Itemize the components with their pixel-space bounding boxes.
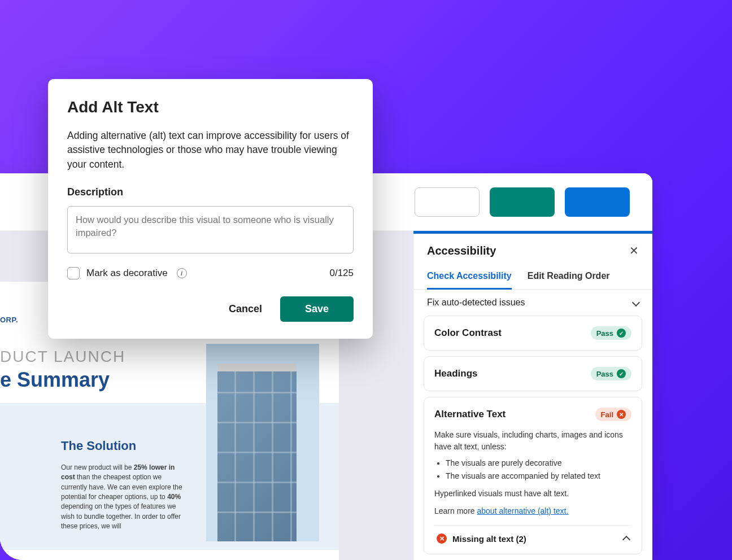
issue-card-color-contrast[interactable]: Color Contrast Pass ✓ [424,316,642,351]
info-icon[interactable]: i [177,268,187,278]
modal-title: Add Alt Text [67,98,354,116]
panel-subheader[interactable]: Fix auto-detected issues [413,290,652,316]
doc-solution-heading: The Solution [61,437,185,455]
issue-title: Alternative Text [434,409,506,420]
tab-check-accessibility[interactable]: Check Accessibility [427,266,512,290]
add-alt-text-modal: Add Alt Text Adding alternative (alt) te… [48,79,373,339]
document-image-building[interactable] [206,344,319,541]
toolbar-button-blue[interactable] [565,187,630,217]
chevron-up-icon [622,536,630,544]
missing-alt-text-row[interactable]: ✕ Missing alt text (2) [434,525,631,544]
toolbar-button-outline[interactable] [415,187,480,217]
doc-right-column: The Solution Our new product will be 25%… [61,437,185,545]
accessibility-panel: Accessibility ✕ Check Accessibility Edit… [413,231,652,560]
chevron-down-icon [632,299,640,307]
status-badge-pass: Pass ✓ [591,326,631,340]
mark-decorative-label: Mark as decorative [86,268,168,279]
panel-title: Accessibility [427,244,496,257]
issue-list: Color Contrast Pass ✓ Headings Pass ✓ [413,316,652,554]
issue-card-alt-text[interactable]: Alternative Text Fail ✕ Make sure visual… [424,397,642,554]
issue-card-headings[interactable]: Headings Pass ✓ [424,356,642,391]
status-badge-pass: Pass ✓ [591,367,631,380]
mark-decorative-option[interactable]: Mark as decorative i [67,267,187,279]
save-button[interactable]: Save [280,296,354,322]
issue-title: Headings [434,368,478,379]
subheader-label: Fix auto-detected issues [427,298,525,308]
modal-description: Adding alternative (alt) text can improv… [67,129,354,172]
cancel-button[interactable]: Cancel [224,298,267,321]
close-icon[interactable]: ✕ [629,244,639,257]
status-badge-fail: Fail ✕ [595,408,631,421]
error-circle-icon: ✕ [437,533,447,544]
character-counter: 0/125 [329,268,354,279]
toolbar-button-teal[interactable] [490,187,555,217]
tab-edit-reading-order[interactable]: Edit Reading Order [528,266,610,289]
building-graphic [217,364,297,541]
description-label: Description [67,186,354,198]
panel-tabs: Check Accessibility Edit Reading Order [413,266,652,290]
issue-body: Make sure visuals, including charts, ima… [434,429,631,517]
checkbox-icon[interactable] [67,267,80,279]
issue-title: Color Contrast [434,327,502,339]
x-circle-icon: ✕ [617,410,626,419]
doc-left-column: ing clients, need for a dable version me… [0,437,51,545]
alt-text-input[interactable] [67,206,354,253]
check-circle-icon: ✓ [617,369,626,378]
learn-more-link[interactable]: about alternative (alt) text. [477,506,568,515]
check-circle-icon: ✓ [617,329,626,338]
